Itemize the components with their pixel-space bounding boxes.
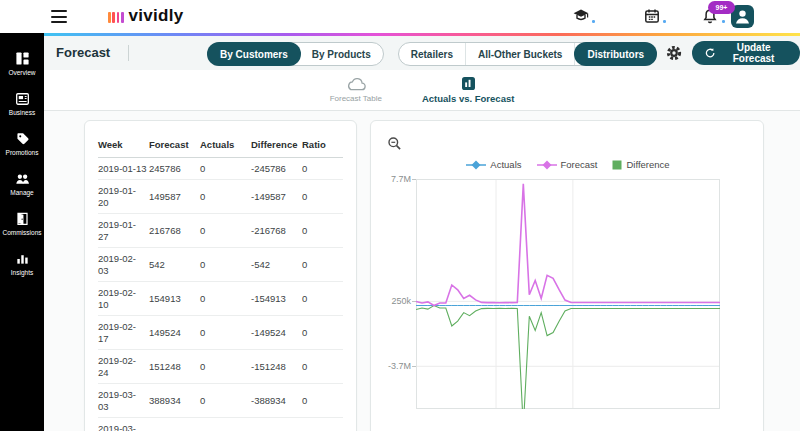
sidebar-item-label: Overview — [8, 69, 35, 76]
insights-bars-icon — [15, 251, 30, 266]
sidebar-item-business[interactable]: Business — [0, 83, 44, 123]
logo[interactable]: vividly — [108, 7, 184, 25]
legend-item-difference[interactable]: Difference — [612, 159, 669, 170]
title-divider — [128, 45, 129, 61]
table-row: 2019-01-201495870-1495870 — [98, 180, 343, 214]
view-tabs: Forecast TableActuals vs. Forecast — [44, 70, 800, 111]
bars-box-icon — [461, 76, 476, 91]
cell-difference: -542 — [251, 248, 302, 282]
legend-item-actuals[interactable]: Actuals — [466, 159, 521, 170]
legend-label: Actuals — [490, 159, 521, 170]
magnifier-icon[interactable] — [387, 136, 402, 151]
sidebar-item-label: Commissions — [2, 229, 41, 236]
chart-plot[interactable] — [416, 179, 720, 409]
sidebar-item-insights[interactable]: Insights — [0, 243, 44, 283]
refresh-icon — [705, 47, 715, 59]
cell-ratio — [302, 418, 343, 431]
forecast-table: WeekForecastActualsDifferenceRatio 2019-… — [98, 133, 343, 431]
cell-difference — [251, 418, 302, 431]
table-row: 2019-01-272167680-2167680 — [98, 214, 343, 248]
cell-forecast: 151248 — [149, 350, 200, 384]
cell-ratio: 0 — [302, 248, 343, 282]
segmented-group: By CustomersBy Products — [207, 42, 384, 66]
cell-ratio: 0 — [302, 158, 343, 180]
legend-square-marker — [612, 160, 622, 170]
graduation-cap-icon[interactable] — [572, 8, 590, 27]
cell-forecast: 542 — [149, 248, 200, 282]
cell-week: 2019-03- — [98, 418, 149, 431]
table-row: 2019-03- — [98, 418, 343, 431]
sidebar-item-manage[interactable]: Manage — [0, 163, 44, 203]
sidebar-item-promotions[interactable]: Promotions — [0, 123, 44, 163]
cell-difference: -151248 — [251, 350, 302, 384]
segment-button-by-products[interactable]: By Products — [300, 43, 383, 65]
business-news-icon — [15, 91, 30, 106]
cell-forecast: 216768 — [149, 214, 200, 248]
calendar-icon[interactable] — [644, 8, 660, 28]
table-row: 2019-02-171495240-1495240 — [98, 316, 343, 350]
cell-actuals: 0 — [200, 180, 251, 214]
rainbow-divider — [44, 33, 800, 36]
cell-week: 2019-02-17 — [98, 316, 149, 350]
cell-ratio: 0 — [302, 214, 343, 248]
chart-card: ActualsForecastDifference 7.7M250k-3.7M — [370, 120, 764, 431]
cell-actuals: 0 — [200, 316, 251, 350]
logo-bars-icon — [108, 12, 124, 23]
hamburger-menu-icon[interactable] — [51, 10, 67, 23]
cell-week: 2019-01-20 — [98, 180, 149, 214]
cell-difference: -388934 — [251, 384, 302, 418]
cell-difference: -245786 — [251, 158, 302, 180]
cell-week: 2019-02-24 — [98, 350, 149, 384]
cell-actuals: 0 — [200, 350, 251, 384]
cell-ratio: 0 — [302, 384, 343, 418]
page-header: Forecast By CustomersBy ProductsRetailer… — [44, 36, 800, 70]
cell-week: 2019-02-03 — [98, 248, 149, 282]
manage-people-icon — [15, 171, 30, 186]
topbar: vividly 99+ — [0, 0, 800, 33]
sidebar: OverviewBusinessPromotionsManageCommissi… — [0, 33, 44, 431]
cell-forecast: 245786 — [149, 158, 200, 180]
segment-button-all-other-buckets[interactable]: All-Other Buckets — [466, 43, 575, 65]
cell-actuals — [200, 418, 251, 431]
cell-actuals: 0 — [200, 384, 251, 418]
cell-forecast: 149587 — [149, 180, 200, 214]
segment-button-by-customers[interactable]: By Customers — [207, 42, 301, 66]
notification-badge[interactable]: 99+ — [708, 1, 735, 14]
legend-line-marker — [537, 160, 557, 170]
segment-button-distributors[interactable]: Distributors — [574, 42, 657, 66]
sidebar-item-overview[interactable]: Overview — [0, 43, 44, 83]
segment-button-retailers[interactable]: Retailers — [399, 43, 466, 65]
cell-week: 2019-01-13 — [98, 158, 149, 180]
legend-item-forecast[interactable]: Forecast — [537, 159, 598, 170]
legend-line-marker — [466, 160, 486, 170]
legend-label: Difference — [626, 159, 669, 170]
cell-forecast: 154913 — [149, 282, 200, 316]
table-row: 2019-02-035420-5420 — [98, 248, 343, 282]
notification-dot — [722, 20, 725, 23]
tab-actuals-vs-forecast[interactable]: Actuals vs. Forecast — [422, 76, 514, 104]
cell-difference: -216768 — [251, 214, 302, 248]
tab-label: Forecast Table — [330, 94, 382, 103]
cloud-icon — [345, 76, 367, 92]
commissions-door-icon — [15, 211, 30, 226]
cell-week: 2019-03-03 — [98, 384, 149, 418]
tab-forecast-table[interactable]: Forecast Table — [330, 76, 382, 104]
column-header-ratio: Ratio — [302, 133, 343, 158]
logo-text: vividly — [129, 7, 184, 25]
series-difference — [416, 306, 720, 410]
legend-label: Forecast — [561, 159, 598, 170]
settings-gear-icon[interactable] — [666, 45, 682, 61]
sidebar-item-commissions[interactable]: Commissions — [0, 203, 44, 243]
column-header-actuals: Actuals — [200, 133, 251, 158]
sidebar-item-label: Business — [9, 109, 35, 116]
update-forecast-button[interactable]: Update Forecast — [692, 41, 800, 65]
table-row: 2019-01-132457860-2457860 — [98, 158, 343, 180]
cell-ratio: 0 — [302, 282, 343, 316]
cell-actuals: 0 — [200, 248, 251, 282]
cell-forecast: 149524 — [149, 316, 200, 350]
cell-difference: -149587 — [251, 180, 302, 214]
notification-dot — [663, 20, 666, 23]
series-forecast — [416, 184, 720, 306]
cell-ratio: 0 — [302, 350, 343, 384]
y-axis-tick: 7.7M — [373, 174, 411, 184]
